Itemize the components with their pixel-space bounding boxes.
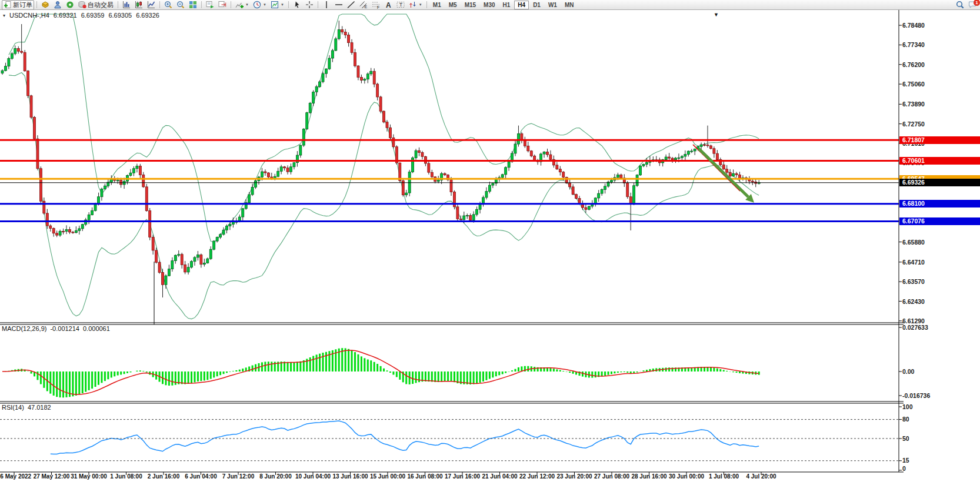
trendline-button[interactable] (345, 0, 357, 10)
cursor-button[interactable] (291, 0, 303, 10)
text-label-button[interactable]: T (395, 0, 406, 10)
tf-MN-button[interactable]: MN (561, 1, 578, 9)
bear-candle (36, 139, 39, 169)
zoom-out-button[interactable] (175, 0, 186, 10)
bear-candle (286, 168, 289, 172)
bear-candle (49, 226, 52, 228)
chart-line-button[interactable] (145, 0, 157, 10)
chart-bars-button[interactable] (121, 0, 132, 10)
chart-candles-button[interactable] (133, 0, 145, 10)
equidistant-channel-icon: E (359, 1, 368, 9)
bear-candle (68, 229, 71, 232)
bull-candle (248, 195, 251, 203)
equidistant-channel-button[interactable]: E (358, 0, 369, 10)
bull-candle (687, 151, 689, 154)
market-watch-button[interactable] (39, 0, 51, 10)
rsi-scale-50: 50 (902, 435, 909, 442)
bear-candle (348, 35, 350, 43)
price-tick-label: 6.61290 (902, 317, 925, 324)
vertical-line-button[interactable] (321, 0, 332, 10)
bull-candle (633, 186, 635, 204)
auto-trading-icon (78, 1, 86, 9)
bear-candle (184, 265, 186, 272)
indicators-list-button[interactable]: ▼ (234, 0, 251, 10)
bear-candle (145, 187, 148, 211)
bull-candle (505, 168, 507, 175)
tf-M30-button[interactable]: M30 (480, 1, 498, 9)
tf-W1-button[interactable]: W1 (545, 1, 561, 9)
crosshair-button[interactable] (304, 0, 315, 10)
auto-trading-button[interactable]: 自动交易 (76, 0, 115, 10)
rsi-label: RSI(14) 47.0182 (2, 404, 51, 411)
fibonacci-icon: F (372, 1, 380, 9)
caret-down-icon: ▼ (245, 3, 249, 6)
tf-M5-button[interactable]: M5 (445, 1, 461, 9)
templates-icon (271, 1, 279, 9)
auto-scroll-button[interactable] (204, 0, 216, 10)
bull-candle (280, 167, 282, 171)
tf-H4-button[interactable]: H4 (514, 1, 529, 9)
fibonacci-button[interactable]: F (370, 0, 382, 10)
bear-candle (444, 173, 446, 175)
search-button[interactable] (954, 0, 966, 10)
tf-M1-button[interactable]: M1 (429, 1, 445, 9)
bull-candle (75, 230, 77, 232)
chart-canvas[interactable] (0, 0, 980, 482)
bear-candle (722, 165, 725, 169)
zoom-in-button[interactable] (162, 0, 174, 10)
bull-candle (116, 180, 119, 181)
symbol-ohlc-line[interactable]: ▾ USDCNH-,H4 6.69321 6.69359 6.69305 6.6… (3, 12, 159, 19)
macd-scale-zero: 0.00 (902, 368, 914, 375)
tile-windows-button[interactable] (187, 0, 199, 10)
chart-shift-button[interactable] (216, 0, 228, 10)
navigator-button[interactable] (64, 0, 76, 10)
auto-trading-label: 自动交易 (88, 1, 114, 9)
macd-name: MACD(12,26,9) (2, 325, 46, 332)
bear-candle (181, 255, 183, 265)
data-window-icon (54, 1, 62, 9)
notification-badge: 1 (974, 0, 980, 6)
bull-candle (639, 166, 642, 175)
text-icon: A (384, 1, 392, 9)
tf-H1-button[interactable]: H1 (499, 1, 514, 9)
bull-candle (364, 79, 366, 81)
new-order-icon (4, 1, 12, 9)
svg-text:A: A (386, 1, 391, 9)
green-arrow-shaft[interactable] (699, 149, 748, 197)
bull-candle (187, 267, 189, 272)
horizontal-line-button[interactable] (333, 0, 345, 10)
bull-candle (290, 167, 292, 172)
bull-candle (78, 229, 81, 230)
chart-bars-icon (122, 1, 131, 9)
new-order-button[interactable]: 新订单 (2, 0, 34, 10)
mt4-terminal: { "toolbar": { "left_buttons": [ {"name"… (0, 0, 980, 482)
trendline-icon (347, 1, 355, 9)
chat-button[interactable]: 1 (966, 0, 978, 10)
bear-candle (569, 183, 571, 187)
macd-panel[interactable] (2, 348, 759, 397)
bull-candle (325, 69, 327, 73)
tf-M15-button[interactable]: M15 (461, 1, 479, 9)
main-chart-panel[interactable] (0, 14, 899, 324)
rsi-panel[interactable] (0, 420, 899, 461)
periods-button[interactable]: ▼ (251, 0, 268, 10)
tf-D1-button[interactable]: D1 (529, 1, 544, 9)
rsi-scale-15: 15 (902, 457, 909, 464)
bear-candle (152, 237, 154, 250)
data-window-button[interactable] (52, 0, 64, 10)
bear-candle (267, 173, 269, 177)
bull-candle (492, 183, 494, 185)
arrows-button[interactable]: ▼ (407, 0, 424, 10)
bear-candle (713, 149, 715, 153)
bull-candle (229, 225, 231, 226)
zoom-in-icon (164, 1, 172, 9)
text-button[interactable]: A (382, 0, 394, 10)
chart-shift-marker[interactable]: ▼ (714, 12, 719, 18)
collapse-arrow-icon[interactable]: ▾ (3, 13, 5, 18)
bull-candle (222, 230, 225, 235)
templates-button[interactable]: ▼ (269, 0, 286, 10)
price-level-label: 6.67076 (899, 217, 980, 225)
bull-candle (501, 175, 504, 178)
bull-candle (1, 71, 4, 73)
bull-candle (598, 193, 600, 198)
